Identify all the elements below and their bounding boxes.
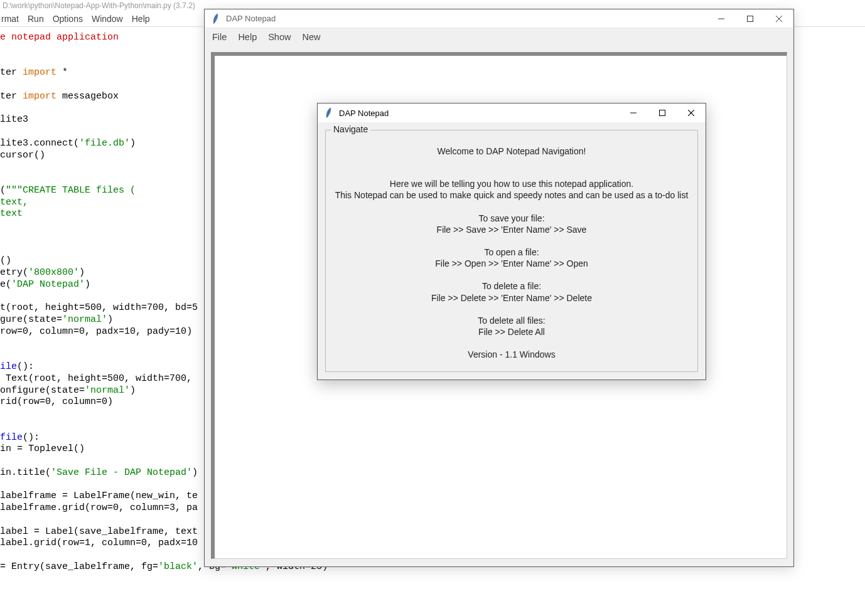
dialog-minimize-button[interactable]	[619, 104, 648, 122]
nav-welcome: Welcome to DAP Notepad Navigation!	[332, 146, 691, 157]
dialog-titlebar: DAP Notepad	[318, 104, 706, 122]
svg-rect-2	[748, 16, 753, 21]
app-menu-file[interactable]: File	[212, 32, 227, 42]
dialog-body: Navigate Welcome to DAP Notepad Navigati…	[318, 122, 706, 380]
editor-menu-window[interactable]: Window	[92, 14, 123, 24]
dialog-window-controls	[619, 104, 706, 122]
app-menu-show[interactable]: Show	[268, 32, 291, 42]
navigate-labelframe: Navigate Welcome to DAP Notepad Navigati…	[325, 130, 698, 372]
nav-intro-1: Here we will be telling you how to use t…	[332, 178, 691, 189]
dialog-close-button[interactable]	[677, 104, 706, 122]
nav-deleteall-path: File >> Delete All	[332, 326, 691, 337]
nav-delete-path: File >> Delete >> 'Enter Name' >> Delete	[332, 292, 691, 304]
nav-save-title: To save your file:	[332, 213, 691, 224]
navigate-content: Welcome to DAP Notepad Navigation! Here …	[332, 146, 691, 360]
svg-rect-7	[660, 110, 665, 116]
nav-intro-2: This Notepad can be used to make quick a…	[332, 189, 691, 201]
maximize-button[interactable]	[736, 9, 765, 28]
feather-icon	[210, 12, 223, 25]
nav-open-title: To open a file:	[332, 247, 691, 258]
nav-save-path: File >> Save >> 'Enter Name' >> Save	[332, 224, 691, 235]
editor-menu-help[interactable]: Help	[132, 14, 150, 24]
navigate-dialog: DAP Notepad Navigate Welcome to DAP Note…	[317, 103, 706, 380]
app-menubar: File Help Show New	[205, 28, 793, 46]
app-menu-help[interactable]: Help	[238, 32, 257, 42]
editor-menu-run[interactable]: Run	[28, 14, 44, 24]
minimize-button[interactable]	[707, 9, 736, 28]
editor-menu-options[interactable]: Options	[53, 14, 83, 24]
labelframe-label: Navigate	[331, 124, 370, 134]
app-menu-new[interactable]: New	[302, 32, 320, 42]
dialog-maximize-button[interactable]	[648, 104, 677, 122]
nav-delete-title: To delete a file:	[332, 280, 691, 292]
app-title: DAP Notepad	[226, 14, 707, 23]
feather-icon	[323, 107, 336, 120]
editor-menu-format[interactable]: rmat	[1, 14, 19, 24]
nav-open-path: File >> Open >> 'Enter Name' >> Open	[332, 258, 691, 269]
app-titlebar: DAP Notepad	[205, 9, 793, 28]
dialog-title: DAP Notepad	[339, 109, 619, 118]
window-controls	[707, 9, 793, 28]
nav-deleteall-title: To delete all files:	[332, 315, 691, 326]
nav-version: Version - 1.1 Windows	[332, 349, 691, 360]
close-button[interactable]	[765, 9, 793, 28]
